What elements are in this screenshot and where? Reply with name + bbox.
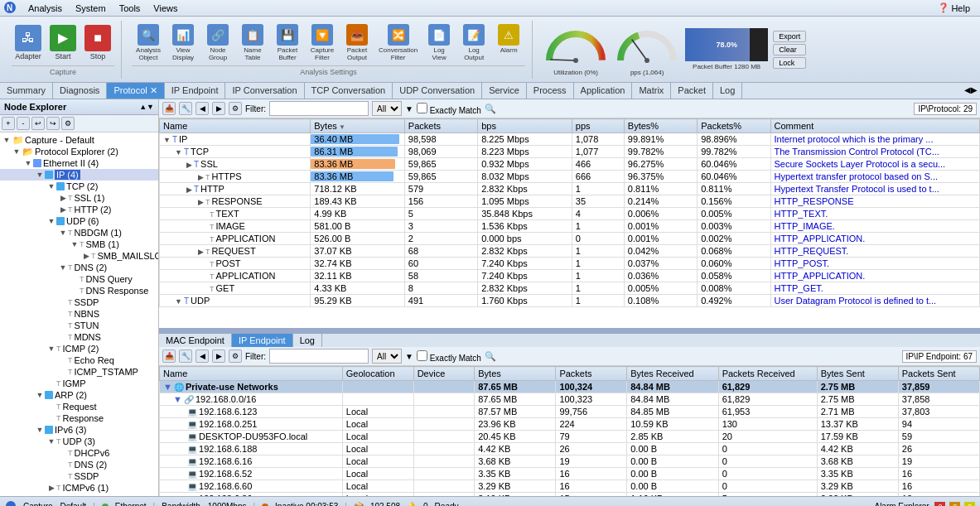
ep-filter-btn-5[interactable]: ⚙ <box>229 349 242 363</box>
tree-toggle-smb-mailslot[interactable]: ▶ <box>81 251 91 261</box>
tree-item-ipv6[interactable]: ▼ IPv6 (3) <box>0 424 158 436</box>
table-row[interactable]: TTEXT4.99 KB535.848 Kbps40.006%0.005%HTT… <box>160 208 980 220</box>
table-row[interactable]: TAPPLICATION32.11 KB587.240 Kbps10.036%0… <box>160 270 980 282</box>
col-bytes[interactable]: Bytes <box>311 119 405 133</box>
tree-item-icmp[interactable]: ▼ T ICMP (2) <box>0 343 158 354</box>
ep-col-bytes-sent[interactable]: Bytes Sent <box>817 367 898 381</box>
start-button[interactable]: ▶ Start <box>46 23 80 62</box>
table-row[interactable]: ▶TRESPONSE189.43 KB1561.095 Mbps350.214%… <box>160 195 980 208</box>
ep-table-row[interactable]: 💻192.168.6.16Local3.68 KB190.00 B03.68 K… <box>160 455 980 468</box>
tree-item-ssdp[interactable]: T SSDP <box>0 296 158 308</box>
ep-table-row[interactable]: 💻192.168.6.188Local4.42 KB260.00 B04.42 … <box>160 443 980 455</box>
filter-btn-5[interactable]: ⚙ <box>229 102 242 115</box>
filter-btn-4[interactable]: ▶ <box>212 102 225 115</box>
ep-col-pkts-recv[interactable]: Packets Received <box>718 367 817 381</box>
table-row[interactable]: ▼TUDP95.29 KB4911.760 Kbps10.108%0.492%U… <box>160 295 980 307</box>
tree-toggle-dns-response[interactable] <box>70 286 80 296</box>
table-row[interactable]: TGET4.33 KB82.832 Kbps10.005%0.008%HTTP_… <box>160 282 980 295</box>
ep-filter-btn-1[interactable]: 📥 <box>162 349 176 363</box>
packet-output-button[interactable]: 📤 PacketOutput <box>340 22 374 63</box>
ep-table-row[interactable]: 💻192.168.6.123Local87.57 MB99,75684.85 M… <box>160 406 980 418</box>
ep-filter-select-all[interactable]: All <box>372 349 402 364</box>
tree-item-dhcpv6[interactable]: T DHCPv6 <box>0 447 158 459</box>
ep-filter-btn-3[interactable]: ◀ <box>196 349 209 363</box>
tab-packet[interactable]: Packet <box>671 83 713 99</box>
tree-item-dns3[interactable]: T DNS (2) <box>0 459 158 470</box>
stop-button[interactable]: ■ Stop <box>81 23 114 62</box>
tree-toggle-dns-query[interactable] <box>70 274 80 284</box>
tree-toggle-icmp[interactable]: ▼ <box>46 344 56 354</box>
tree-item-nbns[interactable]: T NBNS <box>0 308 158 320</box>
protocol-filter-select-all[interactable]: All <box>372 101 402 116</box>
packet-buffer-button[interactable]: 💾 PacketBuffer <box>271 22 304 63</box>
ep-col-geo[interactable]: Geolocation <box>342 367 413 381</box>
tab-ip-conversation[interactable]: IP Conversation <box>225 83 304 99</box>
tree-item-udp6[interactable]: ▼ UDP (6) <box>0 215 158 227</box>
menu-item-views[interactable]: Views <box>147 2 184 15</box>
tree-item-igmp[interactable]: T IGMP <box>0 378 158 389</box>
ep-table-row[interactable]: 💻DESKTOP-DU953FO.localLocal20.45 KB792.8… <box>160 431 980 443</box>
tab-mac-endpoint[interactable]: MAC Endpoint <box>159 334 232 347</box>
help-button[interactable]: ❓ Help <box>931 1 977 15</box>
filter-btn-3[interactable]: ◀ <box>196 102 209 115</box>
tab-ip-endpoint[interactable]: IP Endpoint <box>232 334 293 347</box>
tree-item-arp[interactable]: ▼ ARP (2) <box>0 389 158 401</box>
tree-item-dns-query[interactable]: T DNS Query <box>0 273 158 285</box>
tree-item-smb[interactable]: ▼ T SMB (1) <box>0 239 158 250</box>
filter-btn-2[interactable]: 🔧 <box>179 102 192 115</box>
ep-exactly-match-checkbox[interactable] <box>417 350 427 361</box>
col-pps[interactable]: pps <box>572 119 624 133</box>
ep-col-device[interactable]: Device <box>413 367 475 381</box>
tab-tcp-conversation[interactable]: TCP Conversation <box>305 83 393 99</box>
protocol-filter-input[interactable] <box>269 101 369 116</box>
ep-filter-btn-2[interactable]: 🔧 <box>179 349 192 363</box>
ep-table-row[interactable]: ▼🔗192.168.0.0/1687.65 MB100,32384.84 MB6… <box>160 393 980 406</box>
tree-toggle-capture[interactable]: ▼ <box>2 135 12 145</box>
sidebar-btn-5[interactable]: ⚙ <box>61 117 75 130</box>
capture-filter-button[interactable]: 🔽 CaptureFilter <box>306 22 339 63</box>
tab-udp-conversation[interactable]: UDP Conversation <box>393 83 482 99</box>
tree-toggle-nbdgm[interactable]: ▼ <box>58 228 68 238</box>
ep-table-row[interactable]: ▼🌐Private-use Networks87.65 MB100,32484.… <box>160 381 980 393</box>
sidebar-btn-4[interactable]: ↪ <box>46 117 60 130</box>
table-row[interactable]: TAPPLICATION526.00 B20.000 bps00.001%0.0… <box>160 233 980 245</box>
table-row[interactable]: ▼TTCP86.31 MB98,0698.223 Mbps1,07799.782… <box>160 146 980 158</box>
tree-item-ssdp2[interactable]: T SSDP <box>0 470 158 482</box>
tree-item-echo-req[interactable]: T Echo Req <box>0 354 158 366</box>
tree-toggle-ethernet[interactable]: ▼ <box>23 158 33 168</box>
name-table-button[interactable]: 📋 NameTable <box>236 22 269 63</box>
tree-item-tcp[interactable]: ▼ TCP (2) <box>0 181 158 192</box>
tree-item-smb-mailslot[interactable]: ▶ T SMB_MAILSLOT (1) <box>0 250 158 262</box>
ep-table-row[interactable]: 💻192.168.6.52Local3.35 KB160.00 B03.35 K… <box>160 468 980 480</box>
conversation-filter-button[interactable]: 🔀 ConversationFilter <box>375 22 421 63</box>
tree-item-icmp-tstamp[interactable]: T ICMP_TSTAMP <box>0 366 158 378</box>
analysis-object-button[interactable]: 🔍 AnalysisObject <box>132 22 165 63</box>
tab-ip-endpoint[interactable]: IP Endpoint <box>165 83 226 99</box>
col-bytes-pct[interactable]: Bytes% <box>624 119 697 133</box>
tree-toggle-udp3[interactable]: ▼ <box>46 436 56 446</box>
table-row[interactable]: ▶THTTPS83.36 MB59,8658.032 Mbps66696.375… <box>160 171 980 183</box>
exactly-match-checkbox[interactable] <box>417 103 427 113</box>
tree-item-mdns[interactable]: T MDNS <box>0 331 158 343</box>
ep-col-bytes-recv[interactable]: Bytes Received <box>627 367 718 381</box>
tree-toggle-smb[interactable]: ▼ <box>70 239 80 249</box>
node-group-button[interactable]: 🔗 NodeGroup <box>201 22 234 63</box>
table-row[interactable]: ▼TIP36.40 MB98,5988.225 Mbps1,07899.891%… <box>160 133 980 146</box>
tree-item-ethernet-ii[interactable]: ▼ Ethernet II (4) <box>0 157 158 169</box>
sidebar-btn-3[interactable]: ↩ <box>31 117 45 130</box>
tree-item-protocol-explorer[interactable]: ▼ 📂 Protocol Explorer (2) <box>0 146 158 157</box>
col-comment[interactable]: Comment <box>770 119 979 133</box>
ep-table-row[interactable]: 💻192.168.6.60Local3.29 KB160.00 B03.29 K… <box>160 480 980 493</box>
col-bps[interactable]: bps <box>478 119 572 133</box>
tree-item-ssl[interactable]: ▶ T SSL (1) <box>0 192 158 204</box>
filter-btn-1[interactable]: 📥 <box>162 102 176 115</box>
tab-application[interactable]: Application <box>574 83 633 99</box>
ep-col-name[interactable]: Name <box>160 367 343 381</box>
tree-item-stun[interactable]: T STUN <box>0 320 158 331</box>
tree-item-dns-response[interactable]: T DNS Response <box>0 285 158 296</box>
tab-process[interactable]: Process <box>527 83 574 99</box>
ep-search-icon[interactable]: 🔍 <box>485 351 496 362</box>
tree-item-nbdgm[interactable]: ▼ T NBDGM (1) <box>0 227 158 239</box>
tree-toggle-ssl[interactable]: ▶ <box>58 193 68 203</box>
tree-toggle-http2[interactable]: ▶ <box>58 205 68 214</box>
